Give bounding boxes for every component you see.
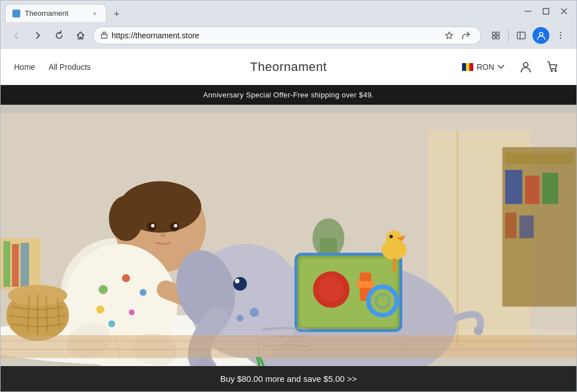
svg-rect-73 <box>393 258 396 272</box>
title-bar: Theornament × + <box>1 1 576 22</box>
svg-point-59 <box>237 315 243 322</box>
account-icon-button[interactable] <box>516 57 536 77</box>
chevron-down-icon <box>498 65 504 69</box>
svg-point-12 <box>560 32 561 33</box>
svg-rect-80 <box>3 241 10 287</box>
bottom-bar-text: Buy $80.00 more and save $5.00 >> <box>220 374 357 384</box>
svg-point-72 <box>389 235 393 238</box>
toolbar-right <box>487 26 570 44</box>
svg-point-15 <box>523 63 528 67</box>
reload-button[interactable] <box>50 26 68 44</box>
svg-rect-30 <box>520 216 534 238</box>
svg-point-78 <box>474 326 483 335</box>
new-tab-button[interactable]: + <box>109 6 125 22</box>
sidebar-button[interactable] <box>512 26 530 44</box>
svg-rect-67 <box>357 281 374 288</box>
svg-point-65 <box>319 277 344 302</box>
tab-close-button[interactable]: × <box>90 9 99 18</box>
bookmark-star-button[interactable] <box>441 28 457 43</box>
hero-image <box>1 105 576 366</box>
svg-point-37 <box>109 195 143 241</box>
svg-point-13 <box>560 35 561 36</box>
maximize-button[interactable] <box>538 3 554 19</box>
cart-icon-button[interactable] <box>543 57 563 77</box>
svg-rect-82 <box>20 243 29 287</box>
address-bar: https://theornament.store <box>1 22 576 49</box>
window-controls <box>520 3 572 19</box>
svg-point-46 <box>140 289 147 296</box>
currency-code: RON <box>477 63 494 72</box>
svg-rect-1 <box>543 8 549 14</box>
back-button[interactable] <box>7 26 25 44</box>
svg-point-45 <box>122 274 130 282</box>
svg-rect-25 <box>505 153 574 164</box>
svg-point-58 <box>250 308 259 317</box>
svg-rect-6 <box>496 32 499 35</box>
nav-all-products-link[interactable]: All Products <box>48 63 91 72</box>
svg-point-17 <box>555 70 557 72</box>
svg-rect-8 <box>496 36 499 39</box>
svg-point-57 <box>235 279 239 283</box>
nav-right: RON <box>458 57 563 77</box>
nav-left: Home All Products <box>14 63 91 72</box>
svg-point-16 <box>551 70 553 72</box>
svg-point-32 <box>312 219 344 259</box>
svg-rect-26 <box>505 170 522 204</box>
announcement-text: Anniversary Special Offer-Free shipping … <box>203 91 374 99</box>
svg-rect-4 <box>101 34 107 38</box>
close-button[interactable] <box>556 3 572 19</box>
svg-point-42 <box>160 234 166 237</box>
svg-point-56 <box>233 277 247 291</box>
tab-title: Theornament <box>25 9 68 17</box>
svg-point-49 <box>108 320 115 327</box>
svg-point-14 <box>560 38 561 39</box>
svg-rect-81 <box>12 244 19 287</box>
address-input[interactable]: https://theornament.store <box>93 26 481 44</box>
svg-rect-29 <box>505 213 517 239</box>
svg-rect-28 <box>542 173 558 204</box>
bottom-bar[interactable]: Buy $80.00 more and save $5.00 >> <box>1 366 576 391</box>
url-text: https://theornament.store <box>112 31 438 40</box>
forward-button[interactable] <box>29 26 47 44</box>
svg-point-44 <box>99 285 108 294</box>
minimize-button[interactable] <box>520 3 536 19</box>
site-nav: Home All Products Theornament RON <box>1 49 576 85</box>
svg-point-48 <box>129 310 135 315</box>
svg-rect-7 <box>492 36 495 39</box>
currency-selector[interactable]: RON <box>458 60 509 74</box>
website-content: Home All Products Theornament RON A <box>1 49 576 391</box>
security-icon <box>100 31 108 41</box>
flag-romania <box>462 63 473 71</box>
hero-section <box>1 105 576 366</box>
svg-rect-5 <box>492 32 495 35</box>
svg-point-41 <box>174 224 177 228</box>
tab-favicon <box>12 10 20 17</box>
svg-rect-85 <box>1 335 576 358</box>
tab-bar: Theornament × + <box>5 1 516 22</box>
svg-rect-27 <box>525 176 539 204</box>
svg-point-11 <box>539 32 543 35</box>
svg-point-40 <box>151 224 154 228</box>
svg-rect-9 <box>517 32 525 39</box>
profile-button[interactable] <box>532 27 549 44</box>
site-title: Theornament <box>250 60 327 74</box>
address-actions <box>441 28 474 43</box>
active-tab[interactable]: Theornament × <box>5 4 106 22</box>
menu-button[interactable] <box>552 26 570 44</box>
home-button[interactable] <box>72 26 90 44</box>
extensions-button[interactable] <box>487 26 505 44</box>
share-button[interactable] <box>458 28 474 43</box>
toolbar-divider <box>508 29 509 42</box>
svg-point-47 <box>96 305 104 313</box>
nav-home-link[interactable]: Home <box>14 63 35 72</box>
announcement-bar: Anniversary Special Offer-Free shipping … <box>1 85 576 105</box>
